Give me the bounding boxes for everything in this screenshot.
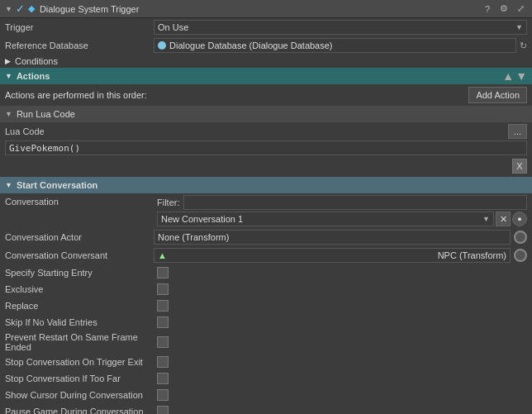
run-lua-subsection[interactable]: ▼ Run Lua Code [0,106,532,122]
replace-label: Replace [5,301,154,311]
lua-x-button[interactable]: X [512,159,527,174]
conversant-field[interactable]: ▲ NPC (Transform) [154,248,511,263]
conditions-row[interactable]: ▶ Conditions [0,55,532,68]
specify-starting-label: Specify Starting Entry [5,268,154,278]
inspector-header: ▼ ✓ ◆ Dialogue System Trigger ? ⚙ ⤢ [0,0,532,18]
filter-input[interactable] [183,195,528,210]
conv-circle-button[interactable]: ● [512,212,527,226]
lua-dots-button[interactable]: ... [508,124,527,139]
specify-starting-row: Specify Starting Entry [0,264,532,281]
exclusive-row: Exclusive [0,281,532,297]
triangle-icon: ▼ [5,5,12,13]
actions-triangle-icon: ▼ [5,72,12,80]
conversation-actor-row: Conversation Actor None (Transform) [0,228,532,246]
lua-section-label: Run Lua Code [17,109,75,119]
conv-x-button[interactable]: ✕ [496,212,511,226]
header-title: Dialogue System Trigger [40,4,481,14]
checkmark-icon: ✓ [16,2,25,15]
conditions-triangle-icon: ▶ [5,57,11,65]
trigger-row: Trigger On Use ▼ [0,18,532,36]
conversation-value: Filter: New Conversation 1 ▼ ✕ ● [157,195,527,226]
prevent-restart-row: Prevent Restart On Same Frame Ended [0,331,532,354]
conversation-dropdown[interactable]: New Conversation 1 ▼ [157,212,494,226]
actions-arrow-down-icon[interactable]: ▼ [515,69,527,83]
stop-trigger-label: Stop Conversation On Trigger Exit [5,357,154,367]
filter-label: Filter: [157,197,180,207]
actions-order-text: Actions are performed in this order: [5,90,147,100]
stop-too-far-row: Stop Conversation If Too Far [0,370,532,387]
conversation-conversant-value: ▲ NPC (Transform) [154,248,527,263]
stop-too-far-checkbox[interactable] [157,373,169,384]
stop-too-far-label: Stop Conversation If Too Far [5,374,154,383]
show-cursor-label: Show Cursor During Conversation [5,390,154,400]
prevent-restart-label: Prevent Restart On Same Frame Ended [5,332,154,352]
pause-game-row: Pause Game During Conversation [0,403,532,414]
conversation-dropdown-row: New Conversation 1 ▼ ✕ ● [157,212,527,226]
db-circle-icon [158,41,166,50]
lua-triangle-icon: ▼ [5,110,12,118]
conversation-actor-label: Conversation Actor [5,232,154,242]
show-cursor-row: Show Cursor During Conversation [0,387,532,403]
db-reload-icon[interactable]: ↻ [520,40,527,51]
actions-section-bar[interactable]: ▼ Actions ▲ ▼ [0,68,532,84]
filter-row: Filter: [157,195,527,210]
resize-icon[interactable]: ⤢ [514,2,527,16]
npc-icon: ▲ [158,250,167,260]
trigger-value-area: On Use ▼ [154,20,527,35]
diamond-icon: ◆ [28,3,35,14]
conversation-area: Conversation Filter: New Conversation 1 … [0,193,532,414]
start-conv-triangle-icon: ▼ [5,181,12,189]
reference-db-label: Reference Database [5,40,154,50]
replace-checkbox[interactable] [157,300,169,312]
trigger-label: Trigger [5,22,154,32]
reference-db-value-area: Dialogue Database (Dialogue Database) ↻ [154,38,527,53]
lua-field-row: Lua Code ... [5,124,527,139]
replace-row: Replace [0,297,532,314]
trigger-dropdown[interactable]: On Use ▼ [154,20,527,35]
settings-icon[interactable]: ⚙ [497,2,511,16]
trigger-dropdown-arrow: ▼ [515,23,523,31]
conversation-label: Conversation [5,195,154,207]
conversation-actor-value: None (Transform) [154,230,527,245]
skip-invalid-label: Skip If No Valid Entries [5,317,154,327]
show-cursor-checkbox[interactable] [157,389,169,401]
reference-db-field[interactable]: Dialogue Database (Dialogue Database) [154,38,516,53]
pause-game-checkbox[interactable] [157,406,169,414]
stop-trigger-row: Stop Conversation On Trigger Exit [0,354,532,370]
start-conv-label: Start Conversation [17,180,97,190]
help-icon[interactable]: ? [481,2,494,16]
lua-code-display[interactable]: GivePokemon() [5,140,527,155]
header-icons: ▼ ✓ ◆ [5,2,35,15]
conversation-row: Conversation Filter: New Conversation 1 … [0,193,532,228]
start-conversation-section-bar[interactable]: ▼ Start Conversation [0,177,532,193]
actor-radio-button[interactable] [514,231,527,244]
conversation-conversant-label: Conversation Conversant [5,250,154,260]
conditions-label: Conditions [15,56,58,66]
skip-invalid-checkbox[interactable] [157,316,169,328]
lua-code-label: Lua Code [5,126,505,136]
conversation-conversant-row: Conversation Conversant ▲ NPC (Transform… [0,246,532,264]
conv-dropdown-arrow: ▼ [482,215,490,223]
lua-code-area: Lua Code ... GivePokemon() X [0,122,532,177]
actions-arrow-up-icon[interactable]: ▲ [502,69,514,83]
header-right-icons: ? ⚙ ⤢ [481,2,527,16]
reference-db-row: Reference Database Dialogue Database (Di… [0,36,532,55]
pause-game-label: Pause Game During Conversation [5,407,154,414]
actions-bar-right: ▲ ▼ [502,69,527,83]
add-action-button[interactable]: Add Action [468,87,527,103]
specify-starting-checkbox[interactable] [157,267,169,278]
stop-trigger-checkbox[interactable] [157,356,169,368]
conversant-radio-button[interactable] [514,249,527,262]
skip-invalid-row: Skip If No Valid Entries [0,314,532,331]
prevent-restart-checkbox[interactable] [157,336,169,348]
actions-section-label: Actions [17,71,50,81]
actor-field[interactable]: None (Transform) [154,230,511,245]
actions-header: Actions are performed in this order: Add… [0,84,532,106]
exclusive-checkbox[interactable] [157,283,169,295]
exclusive-label: Exclusive [5,284,154,294]
